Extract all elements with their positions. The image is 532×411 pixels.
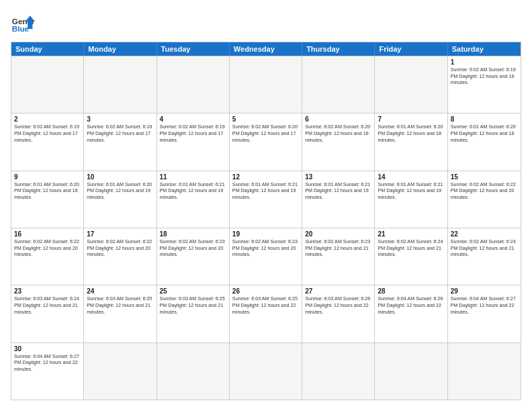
day-header-friday: Friday bbox=[375, 42, 447, 56]
day-number: 16 bbox=[14, 230, 81, 238]
day-cell-empty bbox=[448, 343, 521, 400]
day-info: Sunrise: 6:04 AM Sunset: 6:27 PM Dayligh… bbox=[14, 353, 81, 373]
day-info: Sunrise: 6:02 AM Sunset: 6:22 PM Dayligh… bbox=[87, 238, 153, 258]
day-cell-empty bbox=[157, 343, 230, 400]
day-number: 26 bbox=[232, 287, 299, 295]
day-number: 19 bbox=[232, 230, 299, 238]
day-header-saturday: Saturday bbox=[448, 42, 521, 56]
day-cell-26: 26Sunrise: 6:03 AM Sunset: 6:25 PM Dayli… bbox=[230, 285, 302, 342]
day-number: 20 bbox=[305, 230, 371, 238]
day-number: 13 bbox=[305, 173, 371, 181]
day-number: 21 bbox=[378, 230, 444, 238]
day-cell-empty bbox=[11, 56, 84, 113]
day-cell-empty bbox=[84, 343, 157, 400]
day-number: 8 bbox=[451, 116, 518, 123]
day-info: Sunrise: 6:01 AM Sunset: 6:20 PM Dayligh… bbox=[451, 124, 518, 143]
day-info: Sunrise: 6:04 AM Sunset: 6:26 PM Dayligh… bbox=[378, 295, 444, 315]
day-info: Sunrise: 6:02 AM Sunset: 6:24 PM Dayligh… bbox=[378, 238, 444, 258]
logo-icon: General Blue bbox=[11, 11, 35, 35]
calendar-week-5: 23Sunrise: 6:03 AM Sunset: 6:24 PM Dayli… bbox=[11, 285, 521, 342]
day-number: 1 bbox=[451, 58, 518, 66]
day-info: Sunrise: 6:02 AM Sunset: 6:19 PM Dayligh… bbox=[451, 66, 518, 86]
day-number: 28 bbox=[378, 287, 444, 295]
day-cell-18: 18Sunrise: 6:02 AM Sunset: 6:23 PM Dayli… bbox=[157, 228, 230, 285]
day-cell-11: 11Sunrise: 6:01 AM Sunset: 6:21 PM Dayli… bbox=[157, 171, 230, 228]
day-info: Sunrise: 6:02 AM Sunset: 6:23 PM Dayligh… bbox=[232, 238, 299, 258]
day-info: Sunrise: 6:02 AM Sunset: 6:22 PM Dayligh… bbox=[14, 238, 81, 258]
day-info: Sunrise: 6:02 AM Sunset: 6:24 PM Dayligh… bbox=[451, 238, 518, 258]
day-info: Sunrise: 6:03 AM Sunset: 6:25 PM Dayligh… bbox=[87, 295, 153, 315]
day-cell-14: 14Sunrise: 6:01 AM Sunset: 6:21 PM Dayli… bbox=[375, 171, 447, 228]
day-number: 29 bbox=[451, 287, 518, 295]
page: General Blue SundayMondayTuesdayWednesda… bbox=[0, 0, 532, 411]
day-number: 12 bbox=[232, 173, 299, 181]
day-number: 10 bbox=[87, 173, 153, 181]
day-number: 14 bbox=[378, 173, 444, 181]
day-cell-25: 25Sunrise: 6:03 AM Sunset: 6:25 PM Dayli… bbox=[157, 285, 230, 342]
day-cell-7: 7Sunrise: 6:01 AM Sunset: 6:20 PM Daylig… bbox=[375, 113, 447, 170]
day-number: 9 bbox=[14, 173, 81, 181]
day-header-monday: Monday bbox=[84, 42, 157, 56]
day-info: Sunrise: 6:03 AM Sunset: 6:25 PM Dayligh… bbox=[232, 295, 299, 315]
day-number: 17 bbox=[87, 230, 153, 238]
day-info: Sunrise: 6:03 AM Sunset: 6:25 PM Dayligh… bbox=[160, 295, 226, 315]
day-info: Sunrise: 6:02 AM Sunset: 6:19 PM Dayligh… bbox=[87, 124, 153, 143]
day-cell-13: 13Sunrise: 6:01 AM Sunset: 6:21 PM Dayli… bbox=[302, 171, 375, 228]
logo: General Blue bbox=[11, 11, 35, 35]
day-header-thursday: Thursday bbox=[302, 42, 375, 56]
day-info: Sunrise: 6:01 AM Sunset: 6:21 PM Dayligh… bbox=[232, 181, 299, 201]
day-cell-5: 5Sunrise: 6:02 AM Sunset: 6:20 PM Daylig… bbox=[230, 113, 302, 170]
calendar-week-6: 30Sunrise: 6:04 AM Sunset: 6:27 PM Dayli… bbox=[11, 342, 521, 400]
day-info: Sunrise: 6:02 AM Sunset: 6:20 PM Dayligh… bbox=[305, 124, 371, 143]
day-cell-23: 23Sunrise: 6:03 AM Sunset: 6:24 PM Dayli… bbox=[11, 285, 84, 342]
day-cell-10: 10Sunrise: 6:01 AM Sunset: 6:20 PM Dayli… bbox=[84, 171, 157, 228]
day-cell-22: 22Sunrise: 6:02 AM Sunset: 6:24 PM Dayli… bbox=[448, 228, 521, 285]
day-cell-9: 9Sunrise: 6:01 AM Sunset: 6:20 PM Daylig… bbox=[11, 171, 84, 228]
day-cell-28: 28Sunrise: 6:04 AM Sunset: 6:26 PM Dayli… bbox=[375, 285, 447, 342]
day-info: Sunrise: 6:03 AM Sunset: 6:24 PM Dayligh… bbox=[14, 295, 81, 315]
day-number: 23 bbox=[14, 287, 81, 295]
day-number: 7 bbox=[378, 116, 444, 123]
day-cell-19: 19Sunrise: 6:02 AM Sunset: 6:23 PM Dayli… bbox=[230, 228, 302, 285]
day-info: Sunrise: 6:01 AM Sunset: 6:20 PM Dayligh… bbox=[378, 124, 444, 143]
day-number: 24 bbox=[87, 287, 153, 295]
day-cell-4: 4Sunrise: 6:02 AM Sunset: 6:19 PM Daylig… bbox=[157, 113, 230, 170]
calendar-week-3: 9Sunrise: 6:01 AM Sunset: 6:20 PM Daylig… bbox=[11, 171, 521, 228]
svg-text:Blue: Blue bbox=[12, 24, 30, 33]
day-number: 27 bbox=[305, 287, 371, 295]
calendar-week-1: 1Sunrise: 6:02 AM Sunset: 6:19 PM Daylig… bbox=[11, 56, 521, 113]
day-cell-empty bbox=[302, 343, 375, 400]
day-cell-21: 21Sunrise: 6:02 AM Sunset: 6:24 PM Dayli… bbox=[375, 228, 447, 285]
day-cell-6: 6Sunrise: 6:02 AM Sunset: 6:20 PM Daylig… bbox=[302, 113, 375, 170]
day-number: 30 bbox=[14, 345, 81, 353]
day-info: Sunrise: 6:01 AM Sunset: 6:20 PM Dayligh… bbox=[87, 181, 153, 201]
day-info: Sunrise: 6:01 AM Sunset: 6:21 PM Dayligh… bbox=[378, 181, 444, 201]
calendar-body: 1Sunrise: 6:02 AM Sunset: 6:19 PM Daylig… bbox=[11, 56, 521, 400]
day-number: 11 bbox=[160, 173, 226, 181]
day-cell-empty bbox=[302, 56, 375, 113]
day-cell-empty bbox=[230, 56, 302, 113]
day-cell-30: 30Sunrise: 6:04 AM Sunset: 6:27 PM Dayli… bbox=[11, 343, 84, 400]
day-cell-20: 20Sunrise: 6:02 AM Sunset: 6:23 PM Dayli… bbox=[302, 228, 375, 285]
day-cell-1: 1Sunrise: 6:02 AM Sunset: 6:19 PM Daylig… bbox=[448, 56, 521, 113]
day-number: 4 bbox=[160, 116, 226, 123]
day-header-sunday: Sunday bbox=[11, 42, 84, 56]
day-cell-29: 29Sunrise: 6:04 AM Sunset: 6:27 PM Dayli… bbox=[448, 285, 521, 342]
day-number: 6 bbox=[305, 116, 371, 123]
day-number: 5 bbox=[232, 116, 299, 123]
day-cell-empty bbox=[375, 56, 447, 113]
day-info: Sunrise: 6:02 AM Sunset: 6:23 PM Dayligh… bbox=[160, 238, 226, 258]
day-cell-12: 12Sunrise: 6:01 AM Sunset: 6:21 PM Dayli… bbox=[230, 171, 302, 228]
header: General Blue bbox=[11, 11, 521, 35]
day-info: Sunrise: 6:02 AM Sunset: 6:23 PM Dayligh… bbox=[305, 238, 371, 258]
day-info: Sunrise: 6:03 AM Sunset: 6:26 PM Dayligh… bbox=[305, 295, 371, 315]
day-cell-16: 16Sunrise: 6:02 AM Sunset: 6:22 PM Dayli… bbox=[11, 228, 84, 285]
day-cell-8: 8Sunrise: 6:01 AM Sunset: 6:20 PM Daylig… bbox=[448, 113, 521, 170]
day-info: Sunrise: 6:02 AM Sunset: 6:20 PM Dayligh… bbox=[232, 124, 299, 143]
day-info: Sunrise: 6:01 AM Sunset: 6:21 PM Dayligh… bbox=[160, 181, 226, 201]
day-number: 3 bbox=[87, 116, 153, 123]
day-header-wednesday: Wednesday bbox=[230, 42, 302, 56]
day-cell-15: 15Sunrise: 6:02 AM Sunset: 6:22 PM Dayli… bbox=[448, 171, 521, 228]
day-cell-empty bbox=[230, 343, 302, 400]
day-cell-27: 27Sunrise: 6:03 AM Sunset: 6:26 PM Dayli… bbox=[302, 285, 375, 342]
